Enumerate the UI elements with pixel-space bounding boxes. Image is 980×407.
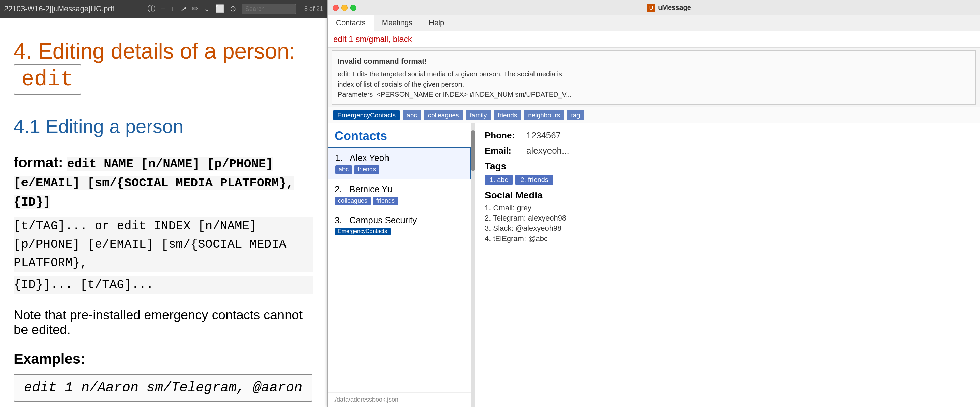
social-item-2: 2. Telegram: alexyeoh98 [485, 214, 970, 223]
output-desc-1: edit: Edits the targeted social media of… [338, 69, 970, 79]
filter-tag-neighbours[interactable]: neighbours [524, 110, 564, 120]
pdf-format-label: format: edit NAME [n/NAME] [p/PHONE] [e/… [14, 154, 313, 212]
zoom-out-icon[interactable]: − [161, 5, 165, 13]
maximize-button[interactable] [350, 5, 356, 11]
filter-tags-bar: EmergencyContacts abc colleagues family … [328, 108, 980, 124]
filter-tag-emergency[interactable]: EmergencyContacts [333, 110, 400, 120]
profile-icon[interactable]: ⊙ [230, 5, 236, 13]
contact-tag-friends[interactable]: friends [354, 165, 379, 174]
pdf-section-heading: 4. Editing details of a person: edit [14, 38, 313, 95]
detail-tags-section: Tags 1. abc 2. friends [485, 161, 970, 185]
pdf-edit-code: edit [14, 65, 81, 95]
tab-meetings[interactable]: Meetings [374, 15, 421, 32]
detail-tag-2[interactable]: 2. friends [515, 174, 553, 185]
scrollbar-thumb[interactable] [471, 130, 475, 171]
close-button[interactable] [332, 5, 339, 11]
detail-email-label: Email: [485, 146, 522, 156]
zoom-in-icon[interactable]: + [170, 5, 175, 13]
contacts-footer: ./data/addressbook.json [328, 392, 471, 407]
pdf-page-info: 8 of 21 [304, 5, 323, 13]
edit-icon[interactable]: ✏ [192, 5, 198, 13]
output-desc-3: Parameters: <PERSON_NAME or INDEX> i/IND… [338, 89, 970, 100]
pdf-format-code-3: {ID}]... [t/TAG]... [14, 276, 313, 294]
contact-item-3[interactable]: 3. Campus Security EmergencyContacts [328, 210, 471, 240]
pdf-format-code-2: [t/TAG]... or edit INDEX [n/NAME] [p/PHO… [14, 217, 313, 272]
contact-tag-abc[interactable]: abc [335, 165, 352, 174]
output-desc-2: index of list of socials of the given pe… [338, 79, 970, 89]
info-icon[interactable]: ⓘ [148, 4, 155, 14]
social-item-4: 4. tElEgram: @abc [485, 234, 970, 243]
detail-tag-1[interactable]: 1. abc [485, 174, 513, 185]
social-media-title: Social Media [485, 190, 970, 201]
detail-phone-row: Phone: 1234567 [485, 130, 970, 141]
pdf-title: 22103-W16-2][uMessage]UG.pdf [4, 5, 143, 13]
contact-item-1[interactable]: 1. Alex Yeoh abc friends [328, 147, 471, 179]
pdf-subsection-heading: 4.1 Editing a person [14, 115, 313, 137]
detail-phone-label: Phone: [485, 130, 522, 141]
contact-tag-emergency[interactable]: EmergencyContacts [335, 228, 391, 235]
app-titlebar: U uMessage [328, 0, 980, 15]
minimize-button[interactable] [342, 5, 348, 11]
pdf-toolbar: 22103-W16-2][uMessage]UG.pdf ⓘ − + ↗ ✏ ⌄… [0, 0, 327, 18]
detail-email-value: alexyeoh... [526, 146, 569, 156]
app-menu-bar: Contacts Meetings Help [328, 15, 980, 31]
pdf-search-input[interactable] [242, 4, 296, 14]
pdf-note: Note that pre-installed emergency contac… [14, 308, 313, 337]
filter-tag-abc[interactable]: abc [402, 110, 421, 120]
contact-tags-1: abc friends [335, 165, 463, 174]
contact-tag-friends-2[interactable]: friends [373, 197, 398, 205]
filter-tag-colleagues[interactable]: colleagues [424, 110, 463, 120]
contact-name-3: 3. Campus Security [335, 215, 464, 226]
tab-help[interactable]: Help [421, 15, 452, 32]
contact-name-1: 1. Alex Yeoh [335, 153, 463, 163]
window-icon[interactable]: ⬜ [215, 5, 224, 13]
app-main: Contacts 1. Alex Yeoh abc friends 2 [328, 124, 980, 407]
detail-tags: 1. abc 2. friends [485, 174, 970, 185]
share-icon[interactable]: ↗ [180, 5, 186, 13]
social-media-section: Social Media 1. Gmail: grey 2. Telegram:… [485, 190, 970, 243]
detail-panel: Phone: 1234567 Email: alexyeoh... Tags 1… [475, 124, 980, 407]
contact-list: 1. Alex Yeoh abc friends 2. Bernice Yu [328, 147, 471, 392]
contact-tags-2: colleagues friends [335, 197, 464, 205]
filter-tag-tag[interactable]: tag [567, 110, 584, 120]
filter-tag-friends[interactable]: friends [493, 110, 521, 120]
contacts-heading: Contacts [328, 124, 471, 147]
pdf-toolbar-icons: ⓘ − + ↗ ✏ ⌄ ⬜ ⊙ [148, 4, 296, 14]
detail-email-row: Email: alexyeoh... [485, 146, 970, 156]
pdf-content: 4. Editing details of a person: edit 4.1… [0, 18, 327, 407]
filter-tag-family[interactable]: family [466, 110, 491, 120]
contact-tag-colleagues[interactable]: colleagues [335, 197, 371, 205]
app-command-bar [328, 31, 980, 48]
pdf-examples-label: Examples: [14, 351, 313, 367]
contact-item-2[interactable]: 2. Bernice Yu colleagues friends [328, 179, 471, 210]
traffic-lights [332, 5, 356, 11]
pdf-viewer: 22103-W16-2][uMessage]UG.pdf ⓘ − + ↗ ✏ ⌄… [0, 0, 328, 407]
pdf-example-1: edit 1 n/Aaron sm/Telegram, @aaron [14, 374, 312, 402]
app-title: U uMessage [363, 4, 975, 12]
tab-contacts[interactable]: Contacts [328, 15, 374, 32]
command-input[interactable] [333, 35, 974, 44]
app-window: U uMessage Contacts Meetings Help Invali… [328, 0, 980, 407]
contact-tags-3: EmergencyContacts [335, 228, 464, 235]
social-item-3: 3. Slack: @alexyeoh98 [485, 224, 970, 233]
app-logo-icon: U [647, 4, 655, 12]
contacts-panel: Contacts 1. Alex Yeoh abc friends 2 [328, 124, 471, 407]
detail-phone-value: 1234567 [526, 130, 561, 141]
output-error-line: Invalid command format! [338, 55, 970, 67]
social-item-1: 1. Gmail: grey [485, 204, 970, 212]
contact-name-2: 2. Bernice Yu [335, 184, 464, 195]
more-icon[interactable]: ⌄ [204, 5, 210, 13]
contacts-scrollbar[interactable] [471, 124, 475, 407]
app-title-text: uMessage [658, 4, 691, 11]
app-output: Invalid command format! edit: Edits the … [332, 51, 975, 105]
detail-tags-label: Tags [485, 161, 970, 172]
